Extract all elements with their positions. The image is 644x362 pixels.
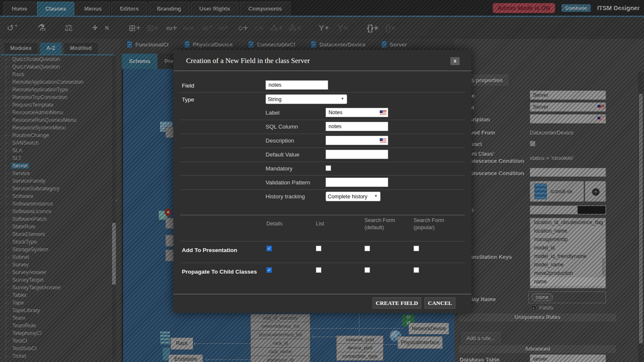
- sidebar-item[interactable]: TapeLibrary: [0, 307, 111, 314]
- class-tab[interactable]: FunctionalCI: [127, 41, 169, 48]
- add-relation-icon[interactable]: ○+: [238, 23, 248, 33]
- sidebar-item[interactable]: StorageSystem: [0, 246, 111, 253]
- sidebar-item[interactable]: Tape: [0, 299, 111, 307]
- undo-icon[interactable]: ↺: [7, 23, 14, 33]
- nav-tab[interactable]: Editors: [111, 2, 147, 16]
- sidebar-item[interactable]: Survey: [0, 261, 111, 269]
- sidebar-tab[interactable]: A-Z: [40, 42, 62, 54]
- delete-group-icon[interactable]: ⁂×: [288, 23, 302, 33]
- sidebar-item[interactable]: Rack: [0, 71, 111, 78]
- sidebar-item[interactable]: StockType: [0, 238, 111, 246]
- sidebar-item[interactable]: StockElement: [0, 230, 111, 238]
- class-tab[interactable]: ConnectableCI: [248, 41, 295, 48]
- sidebar-item[interactable]: ServiceSubcategory: [0, 185, 111, 192]
- sidebar-item[interactable]: TelephonyCI: [0, 329, 111, 337]
- color-input[interactable]: [530, 206, 577, 214]
- sidebar-item[interactable]: SoftwareInstance: [0, 200, 111, 208]
- delete-hierarchy-icon[interactable]: Y×: [338, 23, 348, 33]
- sidebar-item[interactable]: StateRule: [0, 223, 111, 230]
- attribute-row[interactable]: physicalinterface_list: [250, 331, 310, 339]
- reconciliation-item[interactable]: location_name: [530, 227, 606, 235]
- attribute-row[interactable]: rack_name: [250, 348, 310, 356]
- delete-field-icon[interactable]: ⊞×: [147, 23, 159, 33]
- cancel-button[interactable]: CANCEL: [425, 297, 455, 309]
- sidebar-tab[interactable]: Modified: [63, 42, 99, 54]
- icon-picker[interactable]: icons8-se: [530, 181, 584, 202]
- sidebar-item[interactable]: Team: [0, 314, 111, 322]
- sidebar-item[interactable]: RemoteApplicationType: [0, 86, 111, 93]
- propagate-checkbox[interactable]: [414, 267, 419, 273]
- sidebar-item[interactable]: SANSwitch: [0, 139, 111, 147]
- sidebar-item[interactable]: Service: [0, 170, 111, 177]
- class-tab[interactable]: Server: [381, 41, 407, 48]
- propagate-checkbox[interactable]: [266, 267, 272, 273]
- nav-tab[interactable]: Components: [240, 2, 290, 16]
- sidebar-item[interactable]: RoutineChange: [0, 132, 111, 139]
- sidebar-item[interactable]: ResourceRunQueriesMenu: [0, 116, 111, 124]
- sidebar-item[interactable]: Server: [0, 162, 111, 170]
- close-icon[interactable]: x: [450, 57, 460, 65]
- diagram-node-networkdevice[interactable]: NetworkDevice: [408, 323, 449, 335]
- compare-scales-icon[interactable]: ⚖: [65, 23, 73, 33]
- add-rule-button[interactable]: Add a rule...: [462, 332, 501, 344]
- add-linkset-icon[interactable]: ∞⁺: [203, 23, 213, 33]
- sidebar-item[interactable]: ResourceAdminMenu: [0, 109, 111, 116]
- type-select[interactable]: String: [266, 94, 347, 104]
- delete-method-icon[interactable]: {}×: [385, 23, 396, 33]
- attribute-row[interactable]: enclosure_id: [250, 356, 310, 362]
- color-picker[interactable]: [530, 206, 606, 214]
- reconciliation-item[interactable]: model_id: [530, 244, 606, 252]
- abstract-checkbox[interactable]: [530, 141, 535, 146]
- mandatory-checkbox[interactable]: [326, 165, 331, 171]
- attribute-row[interactable]: device_port: [336, 344, 384, 352]
- presentation-checkbox[interactable]: [316, 246, 321, 251]
- sidebar-item[interactable]: SLA: [0, 147, 111, 154]
- sidebar-item[interactable]: SLT: [0, 154, 111, 162]
- history-tracking-select[interactable]: Complete history: [326, 192, 381, 201]
- color-swatch[interactable]: [577, 206, 606, 214]
- panel-scrollbar-thumb[interactable]: [639, 94, 643, 343]
- class-tab[interactable]: PhysicalDevice: [184, 41, 233, 48]
- reconciliation-item[interactable]: move2production: [530, 269, 606, 277]
- attribute-row[interactable]: end_of_warranty: [250, 314, 310, 322]
- sidebar-item[interactable]: TestCI: [0, 337, 111, 345]
- field-name-input[interactable]: [266, 80, 328, 90]
- name-input[interactable]: [530, 90, 606, 100]
- sidebar-item[interactable]: QuizzValueQuestion: [0, 63, 111, 71]
- propagate-checkbox[interactable]: [364, 267, 370, 273]
- nav-tab[interactable]: Classes: [37, 2, 74, 16]
- attribute-row[interactable]: rack_id: [250, 339, 310, 348]
- list-scrollbar-thumb[interactable]: [602, 258, 605, 275]
- sidebar-item[interactable]: TestSubCI: [0, 345, 111, 352]
- sidebar-scrollbar-thumb[interactable]: [112, 223, 116, 285]
- sidebar-item[interactable]: SurveyAnswer: [0, 269, 111, 276]
- nav-tab[interactable]: Home: [3, 2, 36, 16]
- undo-caret-icon[interactable]: ▾: [15, 21, 17, 30]
- validation-pattern-input[interactable]: [326, 178, 388, 187]
- obsolescence-input[interactable]: [530, 168, 606, 177]
- add-group-icon[interactable]: ⁂+: [270, 23, 283, 33]
- test-flask-icon[interactable]: ⚗: [38, 23, 46, 33]
- nav-tab[interactable]: User Rights: [191, 2, 238, 16]
- sidebar-tab[interactable]: Modules: [3, 42, 38, 54]
- sidebar-scrollbar-track[interactable]: [112, 56, 116, 359]
- default-value-input[interactable]: [326, 150, 388, 159]
- diagram-node-rack[interactable]: Rack: [170, 337, 193, 350]
- sidebar-item[interactable]: QuizzScaleQuestion: [0, 55, 111, 63]
- reconciliation-item[interactable]: name: [530, 277, 606, 286]
- database-table-input[interactable]: [530, 354, 606, 362]
- sidebar-item[interactable]: SurveyTargetAnswer: [0, 284, 111, 291]
- reconciliation-item[interactable]: model_id_friendlyname: [530, 252, 606, 261]
- label-input[interactable]: [326, 108, 388, 117]
- sidebar-item[interactable]: RequestTemplate: [0, 101, 111, 109]
- add-method-icon[interactable]: {}+: [367, 23, 378, 33]
- reconciliation-item[interactable]: location_id_obsolescence_flag: [530, 218, 606, 227]
- label-input[interactable]: [530, 102, 606, 112]
- propagate-checkbox[interactable]: [316, 267, 321, 273]
- sidebar-item[interactable]: SurveyTarget: [0, 276, 111, 284]
- sidebar-item[interactable]: Software: [0, 192, 111, 200]
- sql-column-input[interactable]: [326, 122, 388, 131]
- sidebar-item[interactable]: ServiceFamily: [0, 177, 111, 185]
- presentation-checkbox[interactable]: [414, 246, 419, 251]
- sidebar-item[interactable]: RemoteApplicationConnection: [0, 78, 111, 86]
